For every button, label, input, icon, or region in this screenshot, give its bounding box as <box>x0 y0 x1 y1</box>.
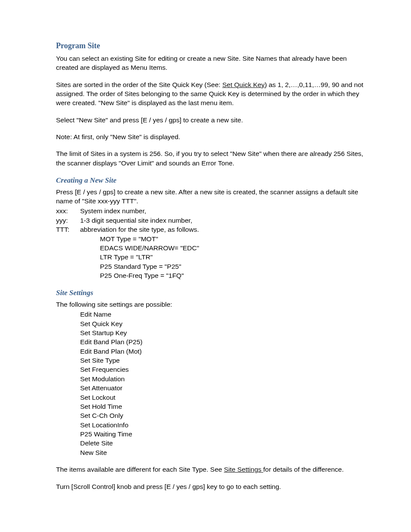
list-item: Set Attenuator <box>80 383 369 392</box>
paragraph-limit: The limit of Sites in a system is 256. S… <box>56 149 369 168</box>
type-abbreviation-list: MOT Type = "MOT" EDACS WIDE/NARROW= "EDC… <box>56 234 369 280</box>
site-settings-list: Edit Name Set Quick Key Set Startup Key … <box>56 310 369 457</box>
list-item: Set Startup Key <box>80 328 369 337</box>
list-item: P25 One-Freq Type = "1FQ" <box>100 271 369 280</box>
paragraph-items-available: The items available are different for ea… <box>56 465 369 474</box>
paragraph-select-new-site: Select "New Site" and press [E / yes / g… <box>56 115 369 124</box>
list-item: Edit Band Plan (P25) <box>80 337 369 346</box>
definition-label: TTT: <box>56 225 80 234</box>
definition-row: yyy: 1-3 digit sequential site index num… <box>56 216 369 225</box>
paragraph-settings-intro: The following site settings are possible… <box>56 300 369 309</box>
text: Sites are sorted in the order of the Sit… <box>56 81 222 88</box>
list-item: MOT Type = "MOT" <box>100 234 369 243</box>
text: The items available are different for ea… <box>56 466 224 473</box>
text: for details of the difference. <box>263 466 344 473</box>
list-item: P25 Waiting Time <box>80 429 369 439</box>
heading-site-settings: Site Settings <box>56 288 369 298</box>
list-item: Set C-Ch Only <box>80 411 369 420</box>
list-item: P25 Standard Type = "P25" <box>100 262 369 271</box>
list-item: Set Modulation <box>80 374 369 383</box>
paragraph-create-default-name: Press [E / yes / gps] to create a new si… <box>56 187 369 206</box>
definition-value: abbreviation for the site type, as follo… <box>80 225 369 234</box>
link-set-quick-key[interactable]: Set Quick Key <box>222 81 265 88</box>
definition-row: TTT: abbreviation for the site type, as … <box>56 225 369 234</box>
list-item: Edit Band Plan (Mot) <box>80 347 369 356</box>
heading-program-site: Program Site <box>56 40 369 51</box>
paragraph-scroll-control: Turn [Scroll Control] knob and press [E … <box>56 482 369 491</box>
paragraph-note-first: Note: At first, only "New Site" is displ… <box>56 132 369 141</box>
list-item: Set LocationInfo <box>80 420 369 429</box>
list-item: Edit Name <box>80 310 369 319</box>
list-item: Delete Site <box>80 439 369 448</box>
list-item: LTR Type = "LTR" <box>100 252 369 261</box>
definition-value: 1-3 digit sequential site index number, <box>80 216 369 225</box>
list-item: Set Quick Key <box>80 319 369 328</box>
definition-value: System index number, <box>80 206 369 215</box>
heading-creating-new-site: Creating a New Site <box>56 175 369 185</box>
list-item: Set Hold Time <box>80 402 369 411</box>
definition-label: xxx: <box>56 206 80 215</box>
link-site-settings[interactable]: Site Settings <box>224 466 263 473</box>
list-item: Set Lockout <box>80 393 369 402</box>
definition-label: yyy: <box>56 216 80 225</box>
paragraph-sort-order: Sites are sorted in the order of the Sit… <box>56 80 369 108</box>
definition-row: xxx: System index number, <box>56 206 369 215</box>
list-item: Set Frequencies <box>80 365 369 374</box>
list-item: Set Site Type <box>80 356 369 365</box>
list-item: EDACS WIDE/NARROW= "EDC" <box>100 243 369 252</box>
definition-list: xxx: System index number, yyy: 1-3 digit… <box>56 206 369 234</box>
paragraph-intro: You can select an existing Site for edit… <box>56 54 369 72</box>
list-item: New Site <box>80 448 369 457</box>
